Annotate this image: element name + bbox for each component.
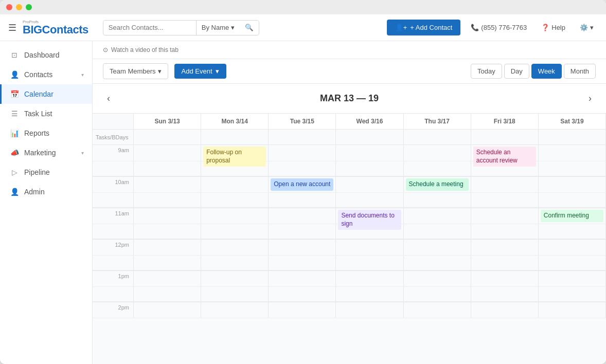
cell-1130-sun[interactable] <box>134 224 201 239</box>
sidebar-item-task-list[interactable]: ☰ Task List <box>0 104 92 123</box>
sidebar-item-admin[interactable]: 👤 Admin <box>0 182 92 202</box>
cell-130-sun[interactable] <box>134 287 201 301</box>
cell-1pm-tue[interactable] <box>269 271 336 286</box>
cell-10am-sun[interactable] <box>134 177 201 192</box>
cell-930-tue[interactable] <box>269 161 336 176</box>
cell-11am-sat[interactable]: Confirm meeting <box>539 208 606 224</box>
cell-10am-wed[interactable] <box>336 177 403 192</box>
cell-1130-thu[interactable] <box>404 224 471 239</box>
sidebar-item-calendar[interactable]: 📅 Calendar <box>0 84 92 104</box>
event-confirm-meeting[interactable]: Confirm meeting <box>541 210 603 222</box>
cell-12pm-mon[interactable] <box>201 240 269 255</box>
watch-video-link[interactable]: ⊙ Watch a video of this tab <box>103 46 179 53</box>
cell-1230-sun[interactable] <box>134 256 201 270</box>
cell-130-sat[interactable] <box>539 287 606 301</box>
day-view-button[interactable]: Day <box>504 64 529 79</box>
cell-1230-mon[interactable] <box>201 256 269 270</box>
cell-9am-sun[interactable] <box>134 145 201 161</box>
cell-11am-thu[interactable] <box>404 208 471 224</box>
cell-2pm-sat[interactable] <box>539 302 606 318</box>
cell-1030-sun[interactable] <box>134 193 201 207</box>
cell-1030-fri[interactable] <box>471 193 539 207</box>
close-button[interactable] <box>6 4 12 10</box>
event-open-new-account[interactable]: Open a new account <box>271 178 333 191</box>
cell-1pm-thu[interactable] <box>404 271 471 286</box>
sidebar-item-marketing[interactable]: 📣 Marketing ▾ <box>0 143 92 162</box>
cell-1130-fri[interactable] <box>471 224 539 239</box>
cell-11am-mon[interactable] <box>201 208 269 224</box>
cell-9am-wed[interactable] <box>336 145 403 161</box>
cell-930-thu[interactable] <box>404 161 471 176</box>
cell-1230-tue[interactable] <box>269 256 336 270</box>
cell-11am-sun[interactable] <box>134 208 201 224</box>
cell-12pm-sat[interactable] <box>539 240 606 255</box>
cell-2pm-mon[interactable] <box>201 302 269 318</box>
cell-930-wed[interactable] <box>336 161 403 176</box>
cell-1030-mon[interactable] <box>201 193 269 207</box>
cell-1pm-fri[interactable] <box>471 271 539 286</box>
cell-130-fri[interactable] <box>471 287 539 301</box>
add-contact-button[interactable]: 👤+ + Add Contact <box>387 20 461 35</box>
cell-10am-tue[interactable]: Open a new account <box>269 177 336 192</box>
search-icon-button[interactable]: 🔍 <box>240 21 259 34</box>
sidebar-item-contacts[interactable]: 👤 Contacts ▾ <box>0 65 92 84</box>
minimize-button[interactable] <box>16 4 22 10</box>
cell-2pm-tue[interactable] <box>269 302 336 318</box>
cell-11am-tue[interactable] <box>269 208 336 224</box>
cell-10am-sat[interactable] <box>539 177 606 192</box>
cell-11am-wed[interactable]: Send documents to sign <box>336 208 403 224</box>
cell-930-mon[interactable] <box>201 161 269 176</box>
by-name-button[interactable]: By Name ▾ <box>197 21 240 34</box>
cell-12pm-fri[interactable] <box>471 240 539 255</box>
phone-button[interactable]: 📞 (855) 776-7763 <box>467 21 531 34</box>
cell-9am-tue[interactable] <box>269 145 336 161</box>
add-event-button[interactable]: Add Event ▾ <box>174 64 226 79</box>
cell-1230-fri[interactable] <box>471 256 539 270</box>
settings-button[interactable]: ⚙️ ▾ <box>576 21 598 34</box>
cell-10am-fri[interactable] <box>471 177 539 192</box>
cell-1230-wed[interactable] <box>336 256 403 270</box>
cell-930-fri[interactable] <box>471 161 539 176</box>
cell-1130-sat[interactable] <box>539 224 606 239</box>
cell-1130-wed[interactable] <box>336 224 403 239</box>
sidebar-item-dashboard[interactable]: ⊡ Dashboard <box>0 45 92 65</box>
cell-2pm-thu[interactable] <box>404 302 471 318</box>
cell-10am-mon[interactable] <box>201 177 269 192</box>
month-view-button[interactable]: Month <box>564 64 596 79</box>
cell-2pm-wed[interactable] <box>336 302 403 318</box>
cell-1230-thu[interactable] <box>404 256 471 270</box>
cell-1pm-sat[interactable] <box>539 271 606 286</box>
cell-1030-thu[interactable] <box>404 193 471 207</box>
cell-9am-sat[interactable] <box>539 145 606 161</box>
cell-1230-sat[interactable] <box>539 256 606 270</box>
cell-1pm-mon[interactable] <box>201 271 269 286</box>
cell-1pm-sun[interactable] <box>134 271 201 286</box>
cell-2pm-sun[interactable] <box>134 302 201 318</box>
event-schedule-meeting[interactable]: Schedule a meeting <box>406 178 469 191</box>
cell-1030-sat[interactable] <box>539 193 606 207</box>
cell-9am-mon[interactable]: Follow-up on proposal <box>201 145 269 161</box>
cell-10am-thu[interactable]: Schedule a meeting <box>404 177 471 192</box>
team-members-button[interactable]: Team Members ▾ <box>103 63 168 79</box>
cell-1pm-wed[interactable] <box>336 271 403 286</box>
cell-930-sat[interactable] <box>539 161 606 176</box>
cell-11am-fri[interactable] <box>471 208 539 224</box>
cell-9am-thu[interactable] <box>404 145 471 161</box>
cell-12pm-sun[interactable] <box>134 240 201 255</box>
sidebar-item-reports[interactable]: 📊 Reports <box>0 123 92 143</box>
cell-1030-tue[interactable] <box>269 193 336 207</box>
cell-130-mon[interactable] <box>201 287 269 301</box>
cell-9am-fri[interactable]: Schedule an account review <box>471 145 539 161</box>
cell-930-sun[interactable] <box>134 161 201 176</box>
next-week-button[interactable]: › <box>584 91 596 106</box>
cell-2pm-fri[interactable] <box>471 302 539 318</box>
cell-1130-mon[interactable] <box>201 224 269 239</box>
help-button[interactable]: ❓ Help <box>537 21 569 34</box>
cell-12pm-tue[interactable] <box>269 240 336 255</box>
cell-130-thu[interactable] <box>404 287 471 301</box>
search-input[interactable] <box>103 21 196 34</box>
hamburger-icon[interactable]: ☰ <box>8 22 16 33</box>
week-view-button[interactable]: Week <box>531 64 562 79</box>
today-button[interactable]: Today <box>471 64 502 79</box>
cell-130-tue[interactable] <box>269 287 336 301</box>
